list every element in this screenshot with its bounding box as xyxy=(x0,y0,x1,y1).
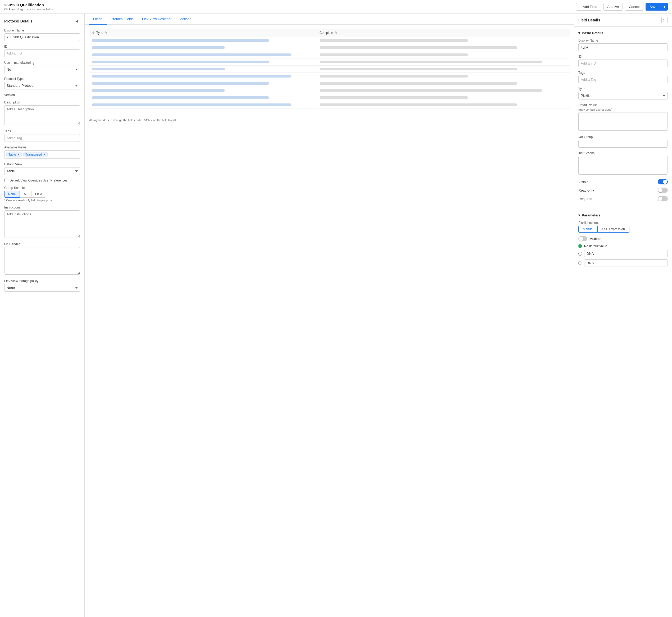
group-samples-label: Group Samples xyxy=(4,186,80,190)
group-samples-radio-group: None All Field xyxy=(4,191,80,198)
picklist-option-dna xyxy=(578,250,668,257)
fd-var-group-input[interactable] xyxy=(578,140,668,148)
fd-instructions-textarea[interactable] xyxy=(578,156,668,175)
tab-actions[interactable]: Actions xyxy=(176,14,196,25)
protocol-type-select[interactable]: Standard Protocol xyxy=(4,82,80,89)
parameters-section-title: ▾ Parameters xyxy=(578,213,668,217)
available-views-tags: Table ✕ Transposed ✕ xyxy=(4,150,80,159)
table-row[interactable] xyxy=(89,37,570,44)
tag-table: Table ✕ xyxy=(6,152,22,158)
cancel-button[interactable]: Cancel xyxy=(625,3,643,11)
fd-id-row: ID xyxy=(578,55,668,67)
table-row[interactable] xyxy=(89,80,570,87)
use-in-manufacturing-row: Use in manufacturing No Yes xyxy=(4,61,80,73)
fd-required-row: Required xyxy=(578,196,668,201)
picklist-input-rna[interactable] xyxy=(584,259,668,266)
group-samples-field-button[interactable]: Field xyxy=(31,191,46,198)
center-panel: Fields Protocol Fields Flex View Designe… xyxy=(85,14,574,617)
table-hint: ✥Drag headers to change the fields order… xyxy=(89,119,570,122)
fd-required-label: Required xyxy=(578,197,592,201)
multiple-toggle[interactable] xyxy=(578,236,587,241)
picklist-input-dna[interactable] xyxy=(584,250,668,257)
on-render-textarea[interactable] xyxy=(4,247,80,275)
table-row[interactable] xyxy=(89,44,570,51)
table-row[interactable] xyxy=(89,66,570,73)
default-view-select[interactable]: Table Transposed xyxy=(4,167,80,175)
table-header-row: ✥ Type ✎ Complete ✎ xyxy=(89,29,570,37)
tags-input[interactable] xyxy=(4,134,80,142)
fd-visible-slider xyxy=(658,179,668,184)
table-row[interactable] xyxy=(89,101,570,109)
id-label: ID xyxy=(4,45,80,48)
table-row[interactable] xyxy=(89,58,570,66)
tag-table-remove[interactable]: ✕ xyxy=(17,153,20,156)
tag-transposed: Transposed ✕ xyxy=(23,152,48,158)
table-row[interactable] xyxy=(89,109,570,112)
flex-view-label: Flex View storage policy xyxy=(4,279,80,283)
esp-expression-tab[interactable]: ESP Expression xyxy=(598,226,629,232)
fd-required-toggle[interactable] xyxy=(658,196,668,201)
picklist-option-rna xyxy=(578,259,668,266)
picklist-radio-dna[interactable] xyxy=(578,252,582,256)
display-name-input[interactable] xyxy=(4,33,80,41)
table-row[interactable] xyxy=(89,73,570,80)
manual-tab[interactable]: Manual xyxy=(579,226,598,232)
default-view-overrides-checkbox[interactable] xyxy=(4,179,8,182)
page-subtitle: Click and drag to edit or reorder fields xyxy=(4,8,53,11)
page-title: 260:280 Qualification xyxy=(4,3,53,7)
basic-details-section-title: ▾ Basic Details xyxy=(578,31,668,35)
tag-transposed-remove[interactable]: ✕ xyxy=(43,153,45,156)
picklist-radio-rna[interactable] xyxy=(578,261,582,265)
tab-flex-view-designer[interactable]: Flex View Designer xyxy=(138,14,176,25)
right-panel-header: Field Details ▷| xyxy=(574,14,672,27)
edit-type-icon[interactable]: ✎ xyxy=(105,31,107,35)
instructions-textarea[interactable] xyxy=(4,210,80,238)
fd-display-name-label: Display Name xyxy=(578,39,668,42)
display-name-label: Display Name xyxy=(4,29,80,32)
id-input[interactable] xyxy=(4,49,80,57)
field-details-title: Field Details xyxy=(578,18,600,22)
description-row: Description xyxy=(4,100,80,126)
flex-view-select[interactable]: None xyxy=(4,284,80,291)
fd-default-value-textarea[interactable] xyxy=(578,112,668,131)
add-field-button[interactable]: + Add Field xyxy=(576,3,601,11)
edit-complete-icon[interactable]: ✎ xyxy=(335,31,337,35)
fd-display-name-row: Display Name xyxy=(578,39,668,51)
save-dropdown-button[interactable]: ▾ xyxy=(661,3,668,11)
default-view-overrides-label: Default View Overrides User Preferences xyxy=(10,179,67,182)
fd-tags-input[interactable] xyxy=(578,76,668,83)
no-default-label: No default value xyxy=(584,244,607,248)
fd-var-group-label: Var Group xyxy=(578,135,668,139)
table-row[interactable] xyxy=(89,87,570,94)
table-row[interactable] xyxy=(89,94,570,101)
fd-type-select[interactable]: Picklist xyxy=(578,92,668,99)
use-in-manufacturing-select[interactable]: No Yes xyxy=(4,66,80,73)
group-samples-all-button[interactable]: All xyxy=(20,191,31,198)
picklist-options-label: Picklist options xyxy=(578,221,668,225)
right-panel: Field Details ▷| ▾ Basic Details Display… xyxy=(574,14,672,617)
table-row[interactable] xyxy=(89,51,570,58)
table-row[interactable] xyxy=(89,112,570,116)
fd-var-group-row: Var Group xyxy=(578,135,668,148)
multiple-slider xyxy=(578,236,587,241)
fd-readonly-toggle[interactable] xyxy=(658,188,668,193)
protocol-details-title: Protocol Details xyxy=(4,19,32,23)
tab-fields[interactable]: Fields xyxy=(89,14,106,25)
fd-display-name-input[interactable] xyxy=(578,43,668,51)
expand-right-button[interactable]: ▷| xyxy=(661,17,668,23)
col-type-label: Type xyxy=(96,31,103,35)
fd-visible-label: Visible xyxy=(578,180,589,184)
description-textarea[interactable] xyxy=(4,105,80,125)
fd-readonly-label: Read-only xyxy=(578,188,594,192)
picklist-options-list: No default value xyxy=(578,244,668,266)
group-samples-none-button[interactable]: None xyxy=(4,191,20,198)
tab-protocol-fields[interactable]: Protocol Fields xyxy=(106,14,138,25)
main-layout: Protocol Details ◀| Display Name ID Use … xyxy=(0,14,672,617)
fd-visible-toggle[interactable] xyxy=(658,179,668,184)
fd-id-input[interactable] xyxy=(578,59,668,67)
save-button[interactable]: Save xyxy=(646,3,661,11)
fd-readonly-slider xyxy=(658,188,668,193)
collapse-left-button[interactable]: ◀| xyxy=(74,18,80,24)
left-panel: Protocol Details ◀| Display Name ID Use … xyxy=(0,14,85,617)
archive-button[interactable]: Archive xyxy=(604,3,623,11)
